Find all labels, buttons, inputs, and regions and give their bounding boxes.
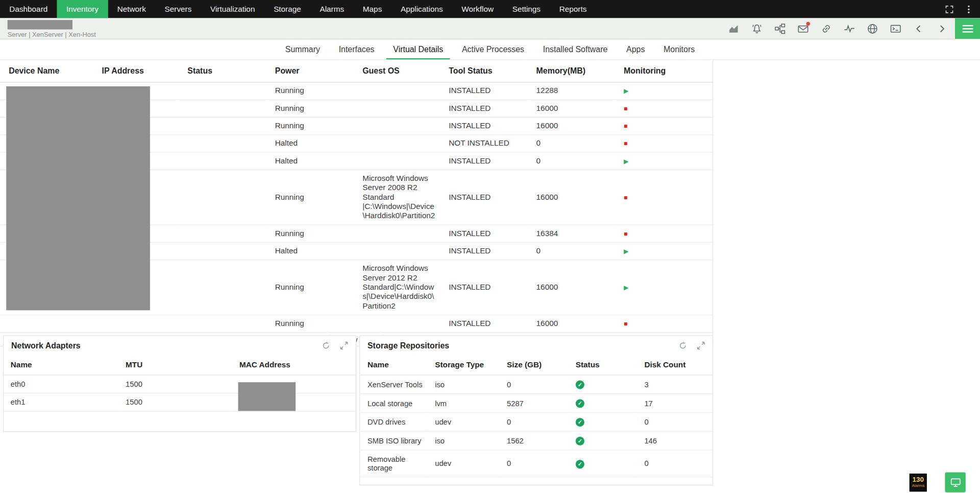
network-adapters-table: Name MTU MAC Address eth0 1500 eth1 1500 — [4, 355, 355, 411]
monitoring-stop-icon[interactable] — [624, 123, 627, 129]
vm-memory: 0 — [527, 242, 615, 260]
tab-apps[interactable]: Apps — [620, 39, 652, 59]
tab-active-processes[interactable]: Active Processes — [455, 39, 531, 59]
monitoring-play-icon[interactable] — [624, 158, 628, 165]
nav-item-servers[interactable]: Servers — [155, 0, 201, 18]
top-navigation-bar: Dashboard Inventory Network Servers Virt… — [0, 0, 980, 18]
vm-monitoring — [615, 152, 713, 170]
tab-summary[interactable]: Summary — [278, 39, 327, 59]
vm-memory: 16000 — [527, 118, 615, 135]
nav-item-network[interactable]: Network — [108, 0, 155, 18]
breadcrumb: Server | XenServer | Xen-Host — [8, 31, 96, 38]
nav-item-inventory[interactable]: Inventory — [57, 0, 108, 18]
table-row[interactable]: DVD drives udev 0 0 — [360, 413, 713, 432]
nav-item-workflow[interactable]: Workflow — [452, 0, 503, 18]
globe-icon[interactable] — [867, 23, 878, 34]
console-icon[interactable] — [890, 23, 901, 34]
performance-graph-icon[interactable] — [728, 23, 740, 34]
repo-type: lvm — [428, 394, 500, 413]
alarm-bell-icon[interactable] — [751, 23, 763, 34]
tab-interfaces[interactable]: Interfaces — [332, 39, 381, 59]
storage-repositories-title: Storage Repositories — [368, 341, 449, 350]
monitoring-play-icon[interactable] — [624, 284, 628, 291]
table-row[interactable]: Running INSTALLED 16000 — [0, 315, 713, 333]
repo-name: Local storage — [360, 394, 427, 413]
table-row[interactable]: SMB ISO library iso 1562 146 — [360, 431, 713, 450]
topnav-right-icons — [944, 0, 980, 18]
repo-disk-count: 0 — [637, 413, 713, 432]
status-ok-icon — [576, 380, 584, 389]
network-adapters-panel: Network Adapters Name MTU MAC Address — [3, 335, 356, 432]
table-row[interactable]: Removable storage udev 0 0 — [360, 450, 713, 477]
monitoring-stop-icon[interactable] — [624, 230, 627, 237]
nav-item-alarms[interactable]: Alarms — [310, 0, 353, 18]
tab-installed-software[interactable]: Installed Software — [536, 39, 614, 59]
vm-power: Halted — [266, 152, 354, 170]
vm-status — [179, 135, 266, 152]
table-row[interactable]: eth1 1500 — [4, 393, 355, 412]
network-adapters-title: Network Adapters — [11, 341, 81, 350]
vm-device-name — [0, 315, 93, 333]
sparkline-icon[interactable] — [844, 23, 855, 34]
vm-power: Running — [266, 118, 354, 135]
vm-status — [179, 315, 266, 333]
repo-disk-count: 3 — [637, 375, 713, 394]
refresh-icon[interactable] — [322, 341, 330, 349]
repo-size: 0 — [499, 450, 568, 477]
nav-item-reports[interactable]: Reports — [550, 0, 596, 18]
vm-status — [179, 152, 266, 170]
vm-status — [179, 170, 266, 225]
nav-item-virtualization[interactable]: Virtualization — [201, 0, 264, 18]
vm-power: Running — [266, 315, 354, 333]
tab-monitors[interactable]: Monitors — [657, 39, 702, 59]
nav-item-maps[interactable]: Maps — [353, 0, 391, 18]
expand-panel-icon[interactable] — [697, 341, 705, 349]
vm-guest-os — [354, 82, 440, 100]
col-disk-count: Disk Count — [637, 355, 713, 375]
vm-monitoring — [615, 242, 713, 260]
adapter-mtu: 1500 — [119, 393, 233, 412]
support-chat-icon — [950, 477, 961, 488]
monitoring-stop-icon[interactable] — [624, 194, 627, 201]
nav-item-dashboard[interactable]: Dashboard — [0, 0, 57, 18]
vm-status — [179, 82, 266, 100]
adapter-mtu: 1500 — [119, 375, 233, 393]
fullscreen-icon[interactable] — [944, 4, 954, 14]
vm-tool-status: INSTALLED — [440, 225, 527, 242]
virtual-machines-table-card: Device Name IP Address Status Power Gues… — [0, 60, 713, 347]
nav-item-settings[interactable]: Settings — [503, 0, 550, 18]
hamburger-menu-button[interactable] — [955, 18, 980, 39]
topology-icon[interactable] — [774, 23, 786, 34]
next-device-icon[interactable] — [936, 23, 947, 34]
storage-repositories-table: Name Storage Type Size (GB) Status Disk … — [360, 355, 713, 477]
expand-panel-icon[interactable] — [340, 341, 348, 349]
table-row[interactable]: Local storage lvm 5287 17 — [360, 394, 713, 413]
vm-guest-os: Microsoft Windows Server 2008 R2 Standar… — [354, 170, 440, 225]
vm-memory: 16000 — [527, 260, 615, 315]
monitoring-play-icon[interactable] — [624, 248, 628, 254]
previous-device-icon[interactable] — [913, 23, 924, 34]
col-size: Size (GB) — [499, 355, 568, 375]
refresh-icon[interactable] — [679, 341, 687, 349]
table-row[interactable]: eth0 1500 — [4, 375, 355, 393]
monitoring-stop-icon[interactable] — [624, 140, 627, 147]
nav-item-storage[interactable]: Storage — [264, 0, 310, 18]
support-chat-button[interactable] — [945, 472, 965, 492]
repo-size: 0 — [499, 413, 568, 432]
monitoring-play-icon[interactable] — [624, 87, 628, 94]
status-ok-icon — [576, 399, 584, 408]
table-row[interactable]: XenServer Tools iso 0 3 — [360, 375, 713, 394]
nav-item-applications[interactable]: Applications — [391, 0, 452, 18]
alarm-count-badge[interactable]: 130 Alarms — [910, 474, 927, 492]
vm-memory: 16000 — [527, 170, 615, 225]
monitoring-stop-icon[interactable] — [624, 320, 627, 327]
link-icon[interactable] — [821, 23, 832, 34]
monitoring-stop-icon[interactable] — [624, 105, 627, 112]
mail-icon[interactable] — [797, 23, 808, 34]
vm-guest-os — [354, 225, 440, 242]
col-device-name: Device Name — [0, 60, 93, 82]
vm-power: Running — [266, 225, 354, 242]
more-options-icon[interactable] — [964, 4, 974, 14]
vm-ip — [93, 315, 179, 333]
tab-virtual-details[interactable]: Virtual Details — [386, 39, 450, 59]
